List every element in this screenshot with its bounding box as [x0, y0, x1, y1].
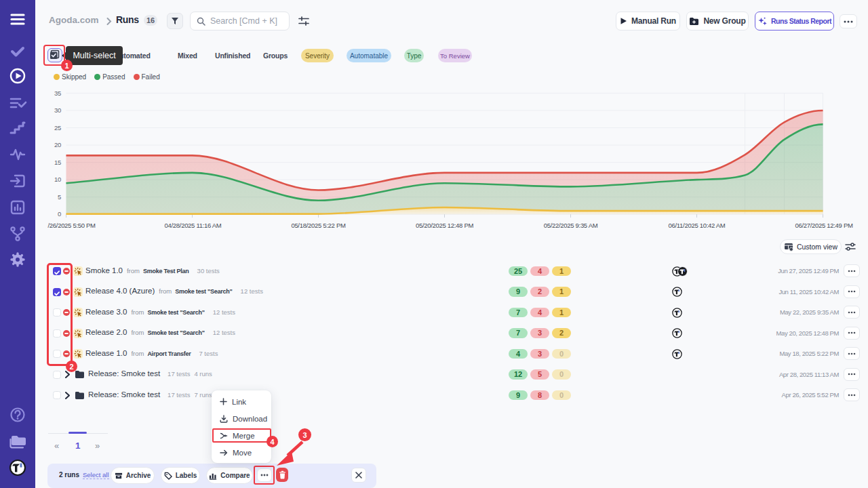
svg-text:25: 25 [54, 124, 61, 131]
svg-text:10: 10 [54, 176, 61, 183]
svg-text:06/11/2025 10:42 AM: 06/11/2025 10:42 AM [669, 222, 726, 229]
svg-text:0: 0 [58, 210, 61, 218]
svg-text:05/22/2025 9:35 AM: 05/22/2025 9:35 AM [544, 222, 598, 229]
svg-text:20: 20 [54, 141, 61, 148]
svg-text:15: 15 [54, 159, 61, 166]
svg-text:06/27/2025 12:49 PM: 06/27/2025 12:49 PM [795, 222, 853, 229]
svg-text:5: 5 [58, 193, 61, 201]
svg-text:35: 35 [54, 89, 61, 97]
svg-text:05/20/2025 12:48 PM: 05/20/2025 12:48 PM [416, 222, 474, 229]
svg-text:05/18/2025 5:22 PM: 05/18/2025 5:22 PM [291, 222, 346, 229]
svg-text:04/28/2025 11:16 AM: 04/28/2025 11:16 AM [165, 222, 222, 229]
svg-text:/26/2025 5:50 PM: /26/2025 5:50 PM [48, 222, 96, 229]
svg-text:30: 30 [54, 106, 61, 114]
